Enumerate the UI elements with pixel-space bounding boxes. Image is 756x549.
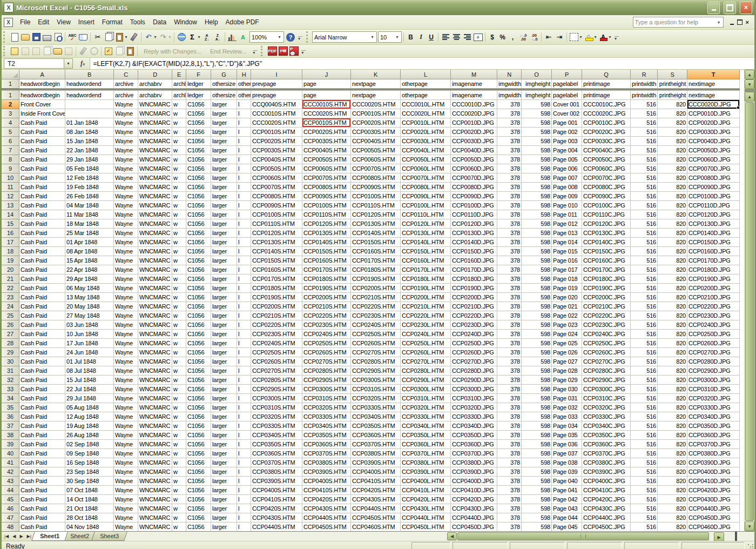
cell-B44[interactable]: 07 Oct 1848 (65, 486, 114, 495)
cell-C1[interactable]: archive (114, 91, 138, 100)
cell-A23[interactable]: Cash Paid (19, 293, 65, 302)
cell-A41[interactable]: Cash Paid (19, 458, 65, 467)
cell-T35[interactable]: CCP0330D.JPG (687, 403, 740, 412)
cell-F7[interactable]: C1056 (186, 146, 211, 155)
cell-K26[interactable]: CCP0240S.HTM (351, 320, 401, 330)
cell-S44[interactable]: 820 (658, 486, 687, 495)
cell-P2[interactable]: Cover 001 (552, 100, 582, 109)
format-painter-icon[interactable] (129, 32, 139, 43)
toolbar-grip[interactable] (306, 31, 310, 43)
cell-H8[interactable]: l (237, 155, 251, 164)
cell-G34[interactable]: larger (211, 394, 237, 403)
cell-E9[interactable]: w (172, 164, 186, 173)
cell-B34[interactable]: 29 Jul 1848 (65, 394, 114, 403)
cell-N33[interactable]: 378 (497, 385, 522, 394)
cell-C44[interactable]: Wayne (114, 486, 138, 495)
cell-L42[interactable]: CCP0390L.HTM (401, 467, 451, 477)
cell-F16[interactable]: C1056 (186, 229, 211, 238)
cell-A13[interactable]: Cash Paid (19, 201, 65, 210)
row-header-29[interactable]: 29 (2, 348, 19, 357)
cell-K20[interactable]: CCP0180S.HTM (351, 265, 401, 274)
cell-C42[interactable]: Wayne (114, 467, 138, 477)
cell-M31[interactable]: CCP0280D.JPG (451, 366, 497, 376)
cell-E16[interactable]: w (172, 229, 186, 238)
cell-T18[interactable]: CCP0160D.JPG (687, 247, 740, 256)
row-header-35[interactable]: 35 (2, 403, 19, 412)
cell-Q33[interactable]: CCP0300C.JPG (582, 385, 631, 394)
cell-Q11[interactable]: CCP0080C.JPG (582, 183, 631, 192)
cell-R8[interactable]: 516 (631, 155, 658, 164)
paste-icon[interactable] (114, 32, 125, 43)
cell-D20[interactable]: WNCMARC (138, 265, 172, 274)
cell-H30[interactable]: l (237, 357, 251, 366)
cell-L10[interactable]: CCP0070L.HTM (401, 173, 451, 183)
cell-E45[interactable]: w (172, 495, 186, 504)
cell-O32[interactable]: 598 (522, 376, 552, 385)
cell-A45[interactable]: Cash Paid (19, 495, 65, 504)
cell-J44[interactable]: CCP0410S.HTM (302, 486, 351, 495)
cell-F31[interactable]: C1056 (186, 366, 211, 376)
cell-R16[interactable]: 516 (631, 229, 658, 238)
cell-J24[interactable]: CCP0210S.HTM (302, 302, 351, 311)
column-header-N[interactable]: N (497, 70, 522, 79)
cell-N38[interactable]: 378 (497, 431, 522, 440)
cell-R40[interactable]: 516 (631, 449, 658, 458)
cell-T9[interactable]: CCP0070D.JPG (687, 164, 740, 173)
cell-S27[interactable]: 820 (658, 330, 687, 339)
cell-T46[interactable]: CCP0440D.JPG (687, 504, 740, 513)
cell-S29[interactable]: 820 (658, 348, 687, 357)
cell-R33[interactable]: 516 (631, 385, 658, 394)
cell-T2[interactable]: CCC0020D.JPG (687, 100, 740, 109)
cell-F44[interactable]: C1056 (186, 486, 211, 495)
cell-R48[interactable]: 516 (631, 523, 658, 531)
cell-B48[interactable]: 04 Nov 1848 (65, 523, 114, 531)
cell-H37[interactable]: l (237, 421, 251, 431)
cell-D41[interactable]: WNCMARC (138, 458, 172, 467)
cell-O6[interactable]: 598 (522, 137, 552, 146)
formula-input[interactable]: =LEFT(K2,7) &IF(EXACT(MID(J2,8,1),"L"),"… (90, 58, 755, 69)
cell-B32[interactable]: 15 Jul 1848 (65, 376, 114, 385)
cell-D40[interactable]: WNCMARC (138, 449, 172, 458)
cell-T4[interactable]: CCP0020D.JPG (687, 118, 740, 128)
cell-T25[interactable]: CCP0230D.JPG (687, 311, 740, 320)
cell-H15[interactable]: l (237, 219, 251, 229)
font-color-icon[interactable]: A (598, 32, 609, 43)
cell-D16[interactable]: WNCMARC (138, 229, 172, 238)
cell-F33[interactable]: C1056 (186, 385, 211, 394)
cell-M48[interactable]: CCP0450D.JPG (451, 523, 497, 531)
column-header-P[interactable]: P (552, 70, 582, 79)
cell-Q10[interactable]: CCP0070C.JPG (582, 173, 631, 183)
cell-C19[interactable]: Wayne (114, 256, 138, 265)
cell-L46[interactable]: CCP0430L.HTM (401, 504, 451, 513)
sheet-tab-sheet1[interactable]: Sheet1 (31, 532, 68, 541)
cell-P6[interactable]: Page 003 (552, 137, 582, 146)
row-header-44[interactable]: 44 (2, 486, 19, 495)
cell-Q27[interactable]: CCP0240C.JPG (582, 330, 631, 339)
cell-C29[interactable]: Wayne (114, 348, 138, 357)
cell-E7[interactable]: w (172, 146, 186, 155)
cell-E32[interactable]: w (172, 376, 186, 385)
cell-J23[interactable]: CCP0200S.HTM (302, 293, 351, 302)
toolbar-options-icon[interactable]: —▾ (252, 49, 258, 54)
cell-Q38[interactable]: CCP0350C.JPG (582, 431, 631, 440)
cell-K5[interactable]: CCP0030S.HTM (351, 128, 401, 137)
maximize-button[interactable] (724, 2, 736, 14)
cell-I9[interactable]: CCP0050S.HTM (251, 164, 302, 173)
cell-I45[interactable]: CCP0410S.HTM (251, 495, 302, 504)
cell-Q2[interactable]: CCC0010C.JPG (582, 100, 631, 109)
cell-K10[interactable]: CCP0080S.HTM (351, 173, 401, 183)
cell-H25[interactable]: l (237, 311, 251, 320)
cell-G42[interactable]: larger (211, 467, 237, 477)
cell-I44[interactable]: CCP0400S.HTM (251, 486, 302, 495)
cell-D18[interactable]: WNCMARC (138, 247, 172, 256)
cell-B21[interactable]: 29 Apr 1848 (65, 274, 114, 284)
cell-L13[interactable]: CCP0100L.HTM (401, 201, 451, 210)
cell-B28[interactable]: 17 Jun 1848 (65, 339, 114, 348)
cell-A12[interactable]: Cash Paid (19, 192, 65, 201)
row-header-1[interactable]: 1 (2, 79, 19, 89)
cell-K9[interactable]: CCP0070S.HTM (351, 164, 401, 173)
research-icon[interactable] (78, 32, 89, 43)
cell-O13[interactable]: 598 (522, 201, 552, 210)
cell-J46[interactable]: CCP0430S.HTM (302, 504, 351, 513)
cell-L1[interactable]: otherpage (401, 79, 451, 89)
